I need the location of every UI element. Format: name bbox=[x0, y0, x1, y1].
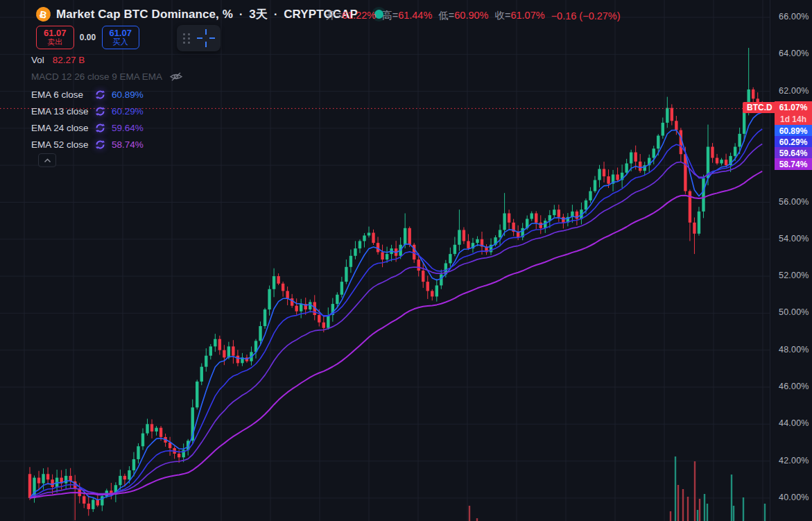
price-tick-label: 52.00% bbox=[779, 271, 809, 280]
change-value: −0.16 (−0.27%) bbox=[551, 10, 621, 22]
bitcoin-icon: Ƀ bbox=[35, 6, 52, 23]
tradingview-chart-window: 66.00%64.00%62.00%56.00%54.00%52.00%50.0… bbox=[0, 0, 812, 521]
price-tick-label: 44.00% bbox=[779, 418, 809, 428]
open-value: 开=61.22% bbox=[326, 9, 376, 22]
ema-value: 59.64% bbox=[112, 123, 144, 133]
ema-price-badge: 59.64% bbox=[775, 147, 812, 159]
crosshair-icon[interactable] bbox=[196, 28, 216, 49]
ema-value: 58.74% bbox=[112, 139, 144, 150]
buy-label: 买入 bbox=[113, 38, 128, 46]
symbol-title[interactable]: Market Cap BTC Dominance, % bbox=[56, 8, 233, 22]
ema-price-badge: 58.74% bbox=[775, 158, 812, 170]
sell-price: 61.07 bbox=[44, 28, 67, 38]
countdown-badge: 1d 14h bbox=[775, 113, 812, 125]
volume-label: Vol bbox=[31, 55, 44, 65]
price-tick-label: 50.00% bbox=[779, 307, 809, 317]
ema-label: EMA 6 close bbox=[31, 89, 94, 100]
volume-indicator-row[interactable]: Vol 82.27 B bbox=[31, 55, 85, 65]
price-tick-label: 46.00% bbox=[779, 382, 809, 391]
macd-label: MACD 12 26 close 9 EMA EMA bbox=[31, 71, 162, 82]
ohlc-values: 开=61.22% 高=61.44% 低=60.90% 收=61.07% −0.1… bbox=[326, 9, 621, 22]
loading-spinner-icon bbox=[94, 139, 106, 151]
price-tick-label: 54.00% bbox=[779, 234, 809, 244]
price-tick-label: 40.00% bbox=[779, 493, 809, 502]
collapse-legend-button[interactable] bbox=[38, 153, 56, 167]
low-value: 低=60.90% bbox=[438, 9, 488, 22]
title-separator: · bbox=[239, 8, 243, 21]
buy-button[interactable]: 61.07 买入 bbox=[102, 26, 140, 49]
price-scale-axis[interactable]: 66.00%64.00%62.00%56.00%54.00%52.00%50.0… bbox=[770, 0, 812, 521]
price-tick-label: 48.00% bbox=[779, 345, 809, 355]
loading-spinner-icon bbox=[94, 105, 106, 117]
ema-52-row[interactable]: EMA 52 close 58.74% bbox=[31, 137, 144, 151]
ema-label: EMA 52 close bbox=[31, 139, 94, 150]
floating-toolbar[interactable] bbox=[177, 25, 221, 51]
drag-handle-icon[interactable] bbox=[183, 33, 191, 44]
ema-price-badge: 60.29% bbox=[775, 136, 812, 148]
loading-spinner-icon bbox=[94, 89, 106, 101]
close-value: 收=61.07% bbox=[494, 9, 544, 22]
ema-value: 60.29% bbox=[112, 106, 144, 117]
ema-6-row[interactable]: EMA 6 close 60.89% bbox=[31, 87, 144, 101]
ema-label: EMA 13 close bbox=[31, 106, 94, 117]
ema-13-row[interactable]: EMA 13 close 60.29% bbox=[31, 104, 144, 118]
price-tick-label: 56.00% bbox=[779, 197, 809, 207]
trade-panel: 61.07 卖出 0.00 61.07 买入 bbox=[36, 26, 139, 49]
buy-price: 61.07 bbox=[110, 28, 132, 38]
chevron-up-icon bbox=[44, 158, 51, 163]
ema-label: EMA 24 close bbox=[31, 123, 94, 133]
ema-24-row[interactable]: EMA 24 close 59.64% bbox=[31, 121, 144, 135]
loading-spinner-icon bbox=[94, 122, 106, 134]
high-value: 高=61.44% bbox=[382, 9, 432, 22]
current-price-badge: 61.07% bbox=[775, 101, 812, 113]
eye-off-icon[interactable] bbox=[169, 71, 183, 83]
spread-value: 0.00 bbox=[74, 33, 102, 42]
interval-label[interactable]: 3天 bbox=[249, 6, 268, 22]
volume-value: 82.27 B bbox=[53, 55, 85, 65]
symbol-price-label: BTC.D bbox=[743, 102, 777, 113]
price-tick-label: 64.00% bbox=[779, 49, 809, 58]
sell-button[interactable]: 61.07 卖出 bbox=[36, 26, 74, 49]
sell-label: 卖出 bbox=[47, 38, 62, 46]
price-tick-label: 42.00% bbox=[779, 456, 809, 466]
price-tick-label: 62.00% bbox=[779, 86, 809, 96]
ema-price-badge: 60.89% bbox=[775, 125, 812, 137]
price-tick-label: 66.00% bbox=[779, 12, 809, 22]
ema-value: 60.89% bbox=[112, 89, 144, 100]
macd-indicator-row[interactable]: MACD 12 26 close 9 EMA EMA bbox=[31, 71, 183, 83]
title-separator: · bbox=[274, 8, 277, 21]
